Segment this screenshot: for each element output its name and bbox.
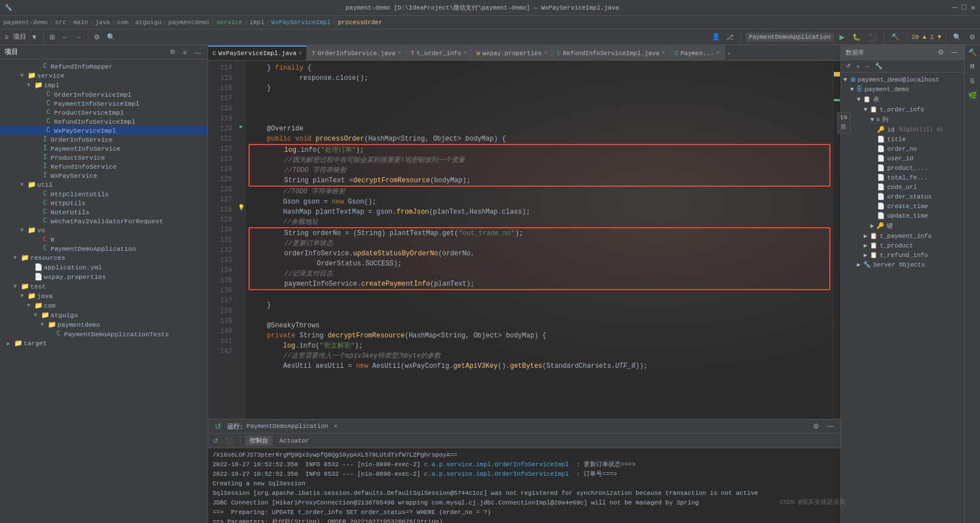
console-tab-actuator[interactable]: Actuator [275, 436, 314, 445]
sidebar-item-httpclientutils[interactable]: C HttpClientUtils [0, 190, 207, 199]
breadcrumb-item-1[interactable]: src [55, 19, 66, 26]
sidebar-item-paymentinfoserviceimpl[interactable]: C PaymentInfoServiceImpl [0, 99, 207, 108]
db-item-col-id[interactable]: 🔑 id bigint(11) ai [841, 125, 964, 134]
db-item-col-product[interactable]: 📄 product_... [841, 163, 964, 173]
db-item-serverobjects[interactable]: ▶ 🔧 Server Objects [841, 260, 964, 269]
db-item-col-orderno[interactable]: 📄 order_no [841, 144, 964, 154]
tab-close-wxpayserviceimpl[interactable]: × [299, 51, 302, 57]
sidebar-item-productservice[interactable]: I ProductService [0, 153, 207, 162]
sidebar-item-orderinfoservice[interactable]: I OrderInfoService [0, 135, 207, 144]
db-collapse[interactable]: — [949, 47, 960, 57]
console-restart[interactable]: ↺ [210, 436, 220, 446]
sidebar-item-test-com[interactable]: ▼ 📁 com [0, 301, 207, 310]
sidebar-settings[interactable]: ⚙ [168, 47, 178, 57]
run-settings-button[interactable]: ⚙ [811, 421, 821, 431]
search-everywhere[interactable]: 🔍 [105, 32, 118, 42]
sidebar-item-orderinfoserviceimpl[interactable]: C OrderInfoServiceImpl [0, 90, 207, 99]
sidebar-item-test[interactable]: ▼ 📁 test [0, 282, 207, 291]
breadcrumb-item-8[interactable]: impl [250, 19, 264, 26]
db-settings[interactable]: ⚙ [936, 47, 946, 57]
sidebar-item-wxpayproperties[interactable]: 📄 wxpay.properties [0, 272, 207, 282]
db-add[interactable]: + [854, 62, 862, 71]
navigate-back[interactable]: ← [60, 32, 71, 42]
sidebar-item-productserviceimpl[interactable]: C ProductServiceImpl [0, 108, 207, 117]
tab-payment[interactable]: C Paymen... × [670, 46, 725, 60]
breadcrumb-item-9[interactable]: WxPayServiceImpl [272, 19, 331, 26]
db-item-col-updatetime[interactable]: 📄 update_time [841, 211, 964, 220]
breadcrumb-item-6[interactable]: paymentdemo [169, 19, 210, 26]
db-properties[interactable]: 🔧 [873, 61, 885, 71]
tab-close-orderinfoservice[interactable]: × [398, 50, 401, 56]
warnings-count[interactable]: 20 ▲ 2 ▼ [911, 34, 941, 40]
db-item-col-orderstatus[interactable]: 📄 order_status [841, 192, 964, 201]
sidebar-item-paymentdemoapplicationtests[interactable]: C PaymentDemoApplicationTests [0, 330, 207, 339]
hamburger-button[interactable]: ≡ [2, 32, 11, 42]
db-item-columns[interactable]: ▼ ≡ 列 [841, 114, 964, 125]
console-stop[interactable]: ⬛ [223, 436, 236, 446]
db-item-col-totalfe[interactable]: 📄 total_fe... [841, 173, 964, 182]
db-item-col-codeurl[interactable]: 📄 code_url [841, 182, 964, 192]
tab-refundinfoserviceimpl[interactable]: C RefundInfoServiceImpl.java × [553, 46, 670, 60]
log-link-2[interactable]: c.a.p.service.impl.OrderInfoServiceImpl [424, 471, 568, 477]
settings-button[interactable]: ⚙ [92, 32, 102, 42]
breadcrumb-item-3[interactable]: java [95, 19, 110, 26]
db-item-col-title[interactable]: 📄 title [841, 134, 964, 144]
db-item-paymentdemo[interactable]: ▼ 🗄 payment_demo [841, 84, 964, 94]
run-restart-button[interactable]: ↺ [213, 421, 224, 432]
sidebar-item-r[interactable]: C R [0, 235, 207, 244]
sidebar-item-refundinfoservice[interactable]: I RefundInfoService [0, 162, 207, 171]
console-content[interactable]: /X16s6LOFJS73pterRrgPQ9Qx3ywpfQ0QgS9ypAX… [208, 448, 841, 523]
log-link-1[interactable]: c.a.p.service.impl.OrderInfoServiceImpl [424, 461, 568, 468]
db-remove[interactable]: − [863, 62, 871, 71]
lang-en[interactable]: EN [839, 114, 849, 121]
breadcrumb-item-0[interactable]: payment-demo [3, 19, 48, 26]
navigate-forward[interactable]: → [73, 32, 84, 42]
sidebar-item-httputils[interactable]: C HttpUtils [0, 199, 207, 208]
close-button[interactable]: ✕ [971, 3, 976, 12]
tab-close-refundinfoserviceimpl[interactable]: × [662, 50, 665, 56]
settings-right[interactable]: ⚙ [967, 32, 978, 42]
breadcrumb-item-10[interactable]: processOrder [338, 19, 382, 26]
minimize-button[interactable]: — [952, 3, 957, 12]
sidebar-item-impl[interactable]: ▼ 📁 impl [0, 80, 207, 90]
db-item-keys[interactable]: ▶ 🔑 键 [841, 220, 964, 231]
tab-overflow[interactable]: › [725, 48, 733, 60]
sidebar-item-vo[interactable]: ▼ 📁 vo [0, 226, 207, 235]
side-icon-build[interactable]: 🔨 [967, 47, 978, 58]
sidebar-item-wxpayserviceimpl[interactable]: C WxPayServiceImpl [0, 126, 207, 135]
git-button[interactable]: ⎇ [724, 32, 736, 42]
db-item-trefundinfo[interactable]: ▶ 📋 t_refund_info [841, 250, 964, 260]
search-button[interactable]: 🔍 [951, 32, 964, 42]
sidebar-item-test-atguigu[interactable]: ▼ 📁 atguigu [0, 310, 207, 320]
sidebar-item-test-paymentdemo[interactable]: ▼ 📁 paymentdemo [0, 320, 207, 330]
sidebar-item-service[interactable]: ▼ 📁 service [0, 71, 207, 80]
sidebar-collapse-all[interactable]: ≡ [181, 48, 189, 57]
maximize-button[interactable]: □ [961, 3, 966, 12]
sidebar-item-util[interactable]: ▼ 📁 util [0, 180, 207, 190]
db-item-tpaymentinfo[interactable]: ▶ 📋 t_payment_info [841, 231, 964, 241]
tab-wxpayproperties[interactable]: W wxpay.properties × [472, 46, 552, 60]
tab-t-order-info[interactable]: T t_order_info × [407, 46, 472, 60]
sidebar-item-target[interactable]: ▶ 📁 target [0, 339, 207, 348]
db-item-col-createtime[interactable]: 📄 create_time [841, 201, 964, 211]
code-content[interactable]: } finally { response.close(); } @Overrid… [246, 61, 833, 419]
tab-orderinfoservice[interactable]: T OrderInfoService.java × [307, 46, 406, 60]
sidebar-item-paymentdemoapplication[interactable]: C PaymentDemoApplication [0, 244, 207, 253]
breadcrumb-item-7[interactable]: service [216, 19, 242, 26]
db-item-localhost[interactable]: ▼ 🖥 payment_demo@localhost [841, 75, 964, 84]
side-icon-spring[interactable]: 🌿 [967, 90, 978, 101]
tab-wxpayserviceimpl[interactable]: C WxPayServiceImpl.java × [208, 46, 307, 60]
breadcrumb-item-5[interactable]: atguigu [136, 19, 161, 26]
db-item-tproduct[interactable]: ▶ 📋 t_product [841, 241, 964, 250]
run-minimize-button[interactable]: — [825, 421, 836, 431]
sidebar-item-test-java[interactable]: ▼ 📁 java [0, 291, 207, 301]
sidebar-item-wechatpay2validatorforrequest[interactable]: C WechatPay2ValidatorForRequest [0, 217, 207, 226]
tab-close-payment[interactable]: × [716, 50, 720, 56]
build-button[interactable]: 🔨 [889, 32, 902, 42]
lang-zh[interactable]: 简 [839, 123, 849, 132]
side-icon-maven[interactable]: M [969, 62, 976, 73]
breadcrumb-item-2[interactable]: main [73, 19, 88, 26]
sidebar-item-refundinfomapper[interactable]: C RefundInfoMapper [0, 62, 207, 71]
breadcrumb-item-4[interactable]: com [117, 19, 128, 26]
tab-close-torderinfo[interactable]: × [463, 50, 467, 56]
